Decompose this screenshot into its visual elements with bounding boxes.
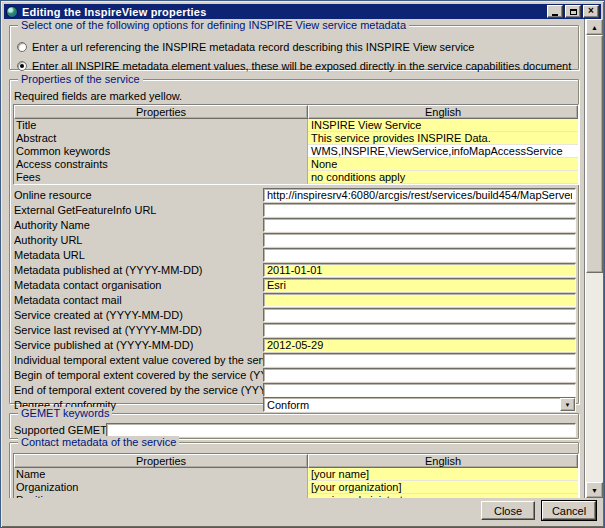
- field-row-online-resource: Online resource: [10, 187, 578, 202]
- table-header-row: PropertiesEnglish: [14, 105, 578, 119]
- end-of-temporal-extent-covered-by-the-service-yyyy-mm-dd-input[interactable]: [263, 383, 576, 397]
- property-value-cell[interactable]: This service provides INSPIRE Data.: [308, 132, 578, 145]
- globe-icon: [6, 6, 18, 18]
- table-row-abstract: AbstractThis service provides INSPIRE Da…: [14, 132, 578, 145]
- external-getfeatureinfo-url-input[interactable]: [263, 203, 576, 217]
- property-value-cell[interactable]: None: [308, 158, 578, 171]
- metadata-published-at-yyyy-mm-dd-input[interactable]: [263, 263, 576, 277]
- field-row-authority-url: Authority URL: [10, 232, 578, 247]
- maximize-icon: [570, 9, 577, 15]
- authority-url-input[interactable]: [263, 233, 576, 247]
- field-row-external-getfeatureinfo-url: External GetFeatureInfo URL: [10, 202, 578, 217]
- footer-buttons: Close Cancel: [1, 501, 596, 520]
- metadata-url-input[interactable]: [263, 248, 576, 262]
- property-label: Fees: [14, 171, 308, 184]
- service-published-at-yyyy-mm-dd-input[interactable]: [263, 338, 576, 352]
- begin-of-temporal-extent-covered-by-the-service-yyyy-mm-dd-input[interactable]: [263, 368, 576, 382]
- column-header-properties[interactable]: Properties: [14, 454, 308, 468]
- table-row-access-constraints: Access constraintsNone: [14, 158, 578, 171]
- service-property-fields: Online resourceExternal GetFeatureInfo U…: [10, 187, 578, 412]
- service-created-at-yyyy-mm-dd-input[interactable]: [263, 308, 576, 322]
- field-label: Metadata contact organisation: [14, 279, 263, 291]
- minimize-icon: [552, 14, 558, 16]
- minimize-button[interactable]: [547, 5, 563, 18]
- metadata-contact-organisation-input[interactable]: [263, 278, 576, 292]
- required-fields-note: Required fields are marked yellow.: [14, 90, 578, 102]
- property-value-cell[interactable]: WMS,INSPIRE,ViewService,infoMapAccessSer…: [308, 145, 578, 158]
- radio-label: Enter all INSPIRE metadata element value…: [32, 60, 571, 72]
- titlebar[interactable]: Editing the InspireView properties ×: [4, 4, 601, 19]
- service-properties-group-label: Properties of the service: [18, 73, 143, 85]
- property-value-cell[interactable]: INSPIRE View Service: [308, 119, 578, 132]
- property-label: Name: [14, 468, 308, 481]
- property-label: Common keywords: [14, 145, 308, 158]
- property-value-cell[interactable]: [your organization]: [308, 481, 578, 494]
- field-row-end-of-temporal-extent-covered-by-the-service-yyyy-mm-dd: End of temporal extent covered by the se…: [10, 382, 578, 397]
- column-header-english[interactable]: English: [308, 454, 578, 468]
- maximize-button[interactable]: [565, 5, 581, 18]
- scrollbar-thumb[interactable]: [586, 35, 603, 273]
- gemet-themes-label: Supported GEMET themes: [14, 424, 106, 436]
- table-row-common-keywords: Common keywordsWMS,INSPIRE,ViewService,i…: [14, 145, 578, 158]
- field-row-authority-name: Authority Name: [10, 217, 578, 232]
- radio-options: Enter a url referencing the INSPIRE meta…: [10, 26, 578, 75]
- property-value-cell[interactable]: service administrator: [308, 494, 578, 498]
- property-label: Access constraints: [14, 158, 308, 171]
- chevron-down-icon[interactable]: ▼: [560, 398, 575, 411]
- column-header-properties[interactable]: Properties: [14, 105, 308, 119]
- contact-metadata-group: Contact metadata of the service Properti…: [9, 442, 579, 498]
- field-row-service-created-at-yyyy-mm-dd: Service created at (YYYY-MM-DD): [10, 307, 578, 322]
- radio-button-icon[interactable]: [17, 42, 27, 52]
- scroll-viewport: Select one of the following options for …: [4, 19, 603, 498]
- scroll-up-button[interactable]: ▲: [586, 19, 603, 35]
- property-value-cell[interactable]: [your name]: [308, 468, 578, 481]
- field-label: Service created at (YYYY-MM-DD): [14, 309, 263, 321]
- table-row-title: TitleINSPIRE View Service: [14, 119, 578, 132]
- property-label: Abstract: [14, 132, 308, 145]
- contact-metadata-table: PropertiesEnglishName[your name]Organiza…: [13, 453, 579, 498]
- cancel-button[interactable]: Cancel: [542, 501, 596, 520]
- field-row-metadata-contact-mail: Metadata contact mail: [10, 292, 578, 307]
- field-label: External GetFeatureInfo URL: [14, 204, 263, 216]
- property-label: Title: [14, 119, 308, 132]
- gemet-keywords-group-label: GEMET keywords: [18, 407, 112, 419]
- table-header-row: PropertiesEnglish: [14, 454, 578, 468]
- field-row-metadata-url: Metadata URL: [10, 247, 578, 262]
- dialog-window: Editing the InspireView properties × Sel…: [0, 0, 605, 528]
- authority-name-input[interactable]: [263, 218, 576, 232]
- property-label: Position: [14, 494, 308, 498]
- table-row-position: Positionservice administrator: [14, 494, 578, 498]
- close-window-button[interactable]: ×: [583, 5, 599, 18]
- radio-label: Enter a url referencing the INSPIRE meta…: [32, 41, 474, 53]
- selected-value: Conform: [267, 399, 309, 411]
- field-row-metadata-published-at-yyyy-mm-dd: Metadata published at (YYYY-MM-DD): [10, 262, 578, 277]
- vertical-scrollbar[interactable]: ▲ ▼: [586, 19, 603, 498]
- column-header-english[interactable]: English: [308, 105, 578, 119]
- field-label: End of temporal extent covered by the se…: [14, 384, 263, 396]
- field-label: Online resource: [14, 189, 263, 201]
- property-value-cell[interactable]: no conditions apply: [308, 171, 578, 184]
- gemet-themes-input[interactable]: [106, 423, 576, 437]
- scroll-down-button[interactable]: ▼: [586, 482, 603, 498]
- table-row-organization: Organization[your organization]: [14, 481, 578, 494]
- individual-temporal-extent-value-covered-by-the-service-yyyy-mm-dd-input[interactable]: [263, 353, 576, 367]
- field-row-service-last-revised-at-yyyy-mm-dd: Service last revised at (YYYY-MM-DD): [10, 322, 578, 337]
- field-label: Authority Name: [14, 219, 263, 231]
- radio-button-icon[interactable]: [17, 61, 27, 71]
- degree-of-conformity-select[interactable]: Conform▼: [263, 397, 576, 412]
- radio-option-1[interactable]: Enter a url referencing the INSPIRE meta…: [17, 37, 578, 56]
- metadata-contact-mail-input[interactable]: [263, 293, 576, 307]
- field-row-individual-temporal-extent-value-covered-by-the-service-yyyy-mm-dd: Individual temporal extent value covered…: [10, 352, 578, 367]
- contact-metadata-group-label: Contact metadata of the service: [18, 436, 179, 448]
- field-row-service-published-at-yyyy-mm-dd: Service published at (YYYY-MM-DD): [10, 337, 578, 352]
- field-label: Begin of temporal extent covered by the …: [14, 369, 263, 381]
- service-properties-group: Properties of the service Required field…: [9, 79, 579, 404]
- gemet-themes-row: Supported GEMET themes: [10, 422, 578, 437]
- service-last-revised-at-yyyy-mm-dd-input[interactable]: [263, 323, 576, 337]
- form-content: Select one of the following options for …: [4, 19, 585, 498]
- window-controls: ×: [547, 5, 599, 18]
- close-button[interactable]: Close: [481, 501, 535, 520]
- online-resource-input[interactable]: [263, 188, 576, 202]
- table-row-fees: Feesno conditions apply: [14, 171, 578, 184]
- field-label: Service last revised at (YYYY-MM-DD): [14, 324, 263, 336]
